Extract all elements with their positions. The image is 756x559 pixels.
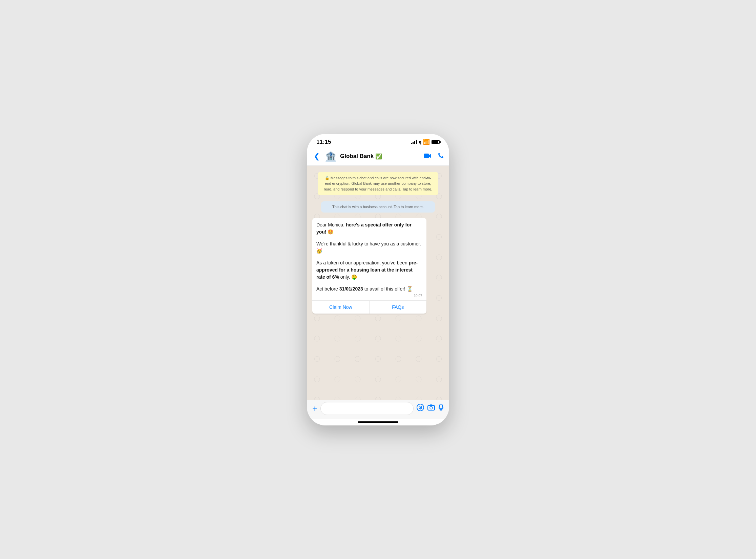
bank-avatar: 🏦: [324, 151, 337, 162]
message-bubble-container: Dear Monica, here's a special offer only…: [312, 218, 426, 314]
message-input[interactable]: [321, 402, 413, 415]
business-notice[interactable]: This chat is with a business account. Ta…: [321, 201, 435, 213]
faqs-button[interactable]: FAQs: [369, 301, 426, 314]
verified-badge-icon: ✅: [375, 153, 382, 160]
claim-now-button[interactable]: Claim Now: [312, 301, 369, 314]
phone-call-icon[interactable]: [438, 153, 444, 160]
back-button[interactable]: ❮: [312, 151, 321, 161]
sticker-icon[interactable]: [417, 404, 424, 413]
video-call-icon[interactable]: [424, 153, 432, 160]
add-attachment-button[interactable]: +: [312, 404, 317, 413]
chat-content: 🔒 Messages to this chat and calls are no…: [307, 166, 449, 317]
svg-rect-0: [424, 154, 429, 158]
wifi-unicode-icon: 📶: [423, 139, 430, 145]
encryption-notice[interactable]: 🔒 Messages to this chat and calls are no…: [318, 172, 438, 196]
home-bar: [358, 421, 398, 423]
status-icons: 𝛈 📶: [411, 139, 440, 145]
microphone-icon[interactable]: [438, 404, 444, 413]
signal-bars-icon: [411, 140, 417, 144]
status-bar: 11:15 𝛈 📶: [307, 134, 449, 148]
chat-name-area: Global Bank ✅: [340, 153, 421, 160]
status-time: 11:15: [316, 139, 331, 145]
chat-header: ❮ 🏦 Global Bank ✅: [307, 148, 449, 166]
wifi-icon: 𝛈: [419, 139, 421, 145]
message-text: Dear Monica, here's a special offer only…: [316, 221, 422, 293]
message-actions: Claim Now FAQs: [312, 300, 426, 314]
home-indicator: [307, 419, 449, 425]
message-bubble: Dear Monica, here's a special offer only…: [312, 218, 426, 300]
camera-icon[interactable]: [427, 404, 435, 412]
battery-icon: [432, 140, 440, 144]
header-actions: [424, 153, 444, 160]
svg-point-3: [430, 406, 433, 409]
message-time: 10:07: [316, 294, 422, 298]
svg-rect-4: [440, 404, 442, 408]
chat-name: Global Bank: [340, 153, 374, 160]
phone-frame: 11:15 𝛈 📶 ❮ 🏦 Global Bank ✅: [307, 134, 449, 425]
chat-area: 🔒 Messages to this chat and calls are no…: [307, 166, 449, 400]
svg-rect-2: [428, 405, 435, 410]
bottom-bar: +: [307, 400, 449, 419]
